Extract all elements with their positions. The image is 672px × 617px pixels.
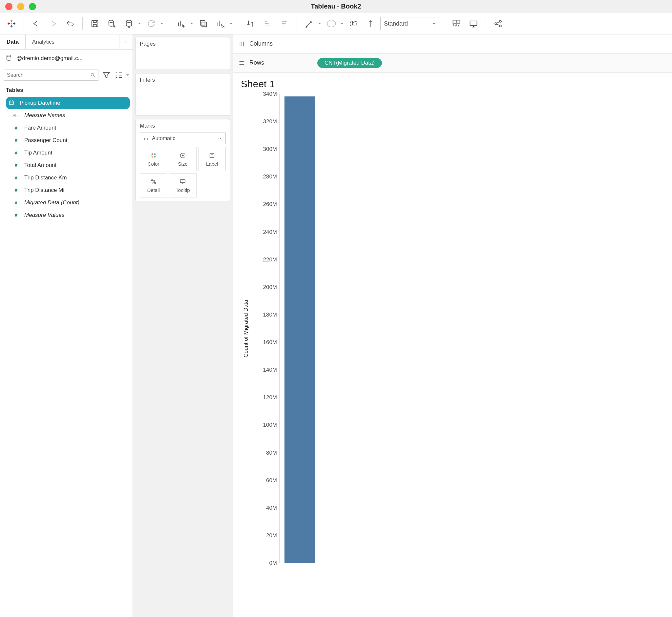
share-button[interactable]: [491, 16, 506, 31]
svg-rect-9: [92, 21, 98, 27]
sort-desc-button[interactable]: [277, 16, 292, 31]
filters-shelf[interactable]: Filters: [136, 73, 230, 116]
view-fields-button[interactable]: [114, 70, 123, 80]
field-fare-amount[interactable]: #Fare Amount: [10, 122, 130, 134]
collapse-pane-button[interactable]: [120, 34, 133, 49]
show-me-button[interactable]: [449, 16, 464, 31]
tableau-logo-icon[interactable]: [4, 16, 19, 31]
field-pickup-datetime[interactable]: Pickup Datetime: [6, 97, 130, 109]
close-window-button[interactable]: [5, 3, 12, 10]
field-trip-distance-mi[interactable]: #Trip Distance Mi: [10, 184, 130, 196]
highlight-button[interactable]: [302, 16, 317, 31]
mark-type-select[interactable]: Automatic: [140, 133, 226, 144]
svg-point-34: [154, 182, 156, 183]
filter-fields-button[interactable]: [102, 70, 111, 80]
field-trip-distance-km[interactable]: #Trip Distance Km: [10, 172, 130, 184]
hash-icon: #: [12, 188, 20, 193]
marks-color-button[interactable]: Color: [140, 147, 167, 171]
revert-button[interactable]: [63, 16, 78, 31]
y-tick: 280M: [263, 174, 277, 180]
columns-label: Columns: [249, 40, 273, 47]
svg-point-26: [151, 156, 153, 158]
rows-shelf[interactable]: Rows CNT(Migrated Data): [233, 53, 672, 72]
redo-button[interactable]: [46, 16, 61, 31]
group-dropdown[interactable]: [340, 16, 344, 31]
field-migrated-data-count-[interactable]: #Migrated Data (Count): [10, 196, 130, 209]
search-icon: [90, 72, 96, 78]
swap-rows-columns-button[interactable]: [243, 16, 258, 31]
field-list: Pickup DatetimeAbcMeasure Names#Fare Amo…: [0, 95, 133, 223]
y-tick: 20M: [266, 533, 277, 539]
clear-sheet-dropdown[interactable]: [229, 16, 233, 31]
marks-size-button[interactable]: Size: [169, 147, 196, 171]
rows-icon: [238, 59, 245, 66]
field-total-amount[interactable]: #Total Amount: [10, 159, 130, 172]
plot-area[interactable]: [280, 94, 319, 563]
fit-mode-select[interactable]: Standard: [380, 17, 439, 30]
y-axis: 0M20M40M60M80M100M120M140M160M180M200M22…: [251, 94, 280, 563]
field-label: Migrated Data (Count): [24, 199, 79, 206]
marks-label-button[interactable]: Label: [198, 147, 226, 171]
toolbar-separator: [24, 17, 24, 30]
svg-point-25: [154, 153, 156, 155]
undo-button[interactable]: [28, 16, 44, 31]
new-datasource-button[interactable]: [104, 16, 120, 31]
chevron-down-icon: [433, 20, 436, 27]
pin-axis-button[interactable]: [363, 16, 378, 31]
duplicate-sheet-button[interactable]: [196, 16, 211, 31]
marks-tooltip-button[interactable]: Tooltip: [169, 173, 196, 197]
columns-dropzone[interactable]: [313, 34, 667, 53]
view-fields-dropdown[interactable]: [125, 67, 130, 83]
viz-pane: Columns Rows CNT(Migrated Data) Sheet 1 …: [233, 34, 672, 617]
field-tip-amount[interactable]: #Tip Amount: [10, 147, 130, 159]
y-tick: 240M: [263, 229, 277, 235]
svg-rect-5: [9, 23, 9, 25]
y-axis-label: Count of Migrated Data: [241, 300, 251, 358]
clear-sheet-button[interactable]: [213, 16, 228, 31]
hash-icon: #: [12, 163, 20, 168]
search-input[interactable]: [7, 72, 88, 78]
rows-dropzone[interactable]: CNT(Migrated Data): [313, 53, 667, 72]
svg-rect-30: [210, 153, 214, 158]
svg-point-22: [91, 73, 94, 76]
pause-autoupdate-button[interactable]: [121, 16, 137, 31]
tables-header: Tables: [0, 83, 133, 95]
sort-asc-button[interactable]: [260, 16, 275, 31]
tab-analytics[interactable]: Analytics: [26, 34, 120, 49]
show-labels-button[interactable]: [346, 16, 361, 31]
search-box[interactable]: [4, 69, 99, 81]
datasource-row[interactable]: @dremio.demo@gmail.c...: [0, 49, 133, 67]
sheet-title[interactable]: Sheet 1: [241, 78, 664, 89]
svg-rect-8: [11, 23, 12, 25]
presentation-mode-button[interactable]: [466, 16, 481, 31]
bar[interactable]: [285, 96, 315, 563]
field-measure-values[interactable]: #Measure Values: [10, 209, 130, 221]
field-label: Pickup Datetime: [20, 100, 60, 106]
columns-shelf[interactable]: Columns: [233, 34, 672, 53]
group-button[interactable]: [324, 16, 339, 31]
minimize-window-button[interactable]: [17, 3, 24, 10]
pause-autoupdate-dropdown[interactable]: [137, 16, 142, 31]
marks-detail-button[interactable]: Detail: [140, 173, 167, 197]
marks-label: Marks: [140, 123, 226, 129]
svg-point-32: [154, 180, 155, 181]
y-tick: 160M: [263, 339, 277, 346]
highlight-dropdown[interactable]: [317, 16, 322, 31]
y-tick: 120M: [263, 394, 277, 401]
y-tick: 300M: [263, 146, 277, 153]
field-passenger-count[interactable]: #Passenger Count: [10, 134, 130, 147]
rows-pill-cnt-migrated-data[interactable]: CNT(Migrated Data): [317, 58, 382, 68]
new-worksheet-button[interactable]: [174, 16, 189, 31]
pages-shelf[interactable]: Pages: [136, 37, 230, 70]
tab-data[interactable]: Data: [0, 34, 26, 49]
svg-point-27: [154, 156, 156, 158]
maximize-window-button[interactable]: [29, 3, 36, 10]
refresh-button[interactable]: [144, 16, 159, 31]
svg-rect-14: [351, 21, 357, 26]
refresh-dropdown[interactable]: [159, 16, 164, 31]
save-button[interactable]: [87, 16, 103, 31]
y-tick: 40M: [266, 505, 277, 511]
new-worksheet-dropdown[interactable]: [189, 16, 194, 31]
chevron-down-icon: [219, 136, 222, 141]
field-measure-names[interactable]: AbcMeasure Names: [10, 109, 130, 122]
